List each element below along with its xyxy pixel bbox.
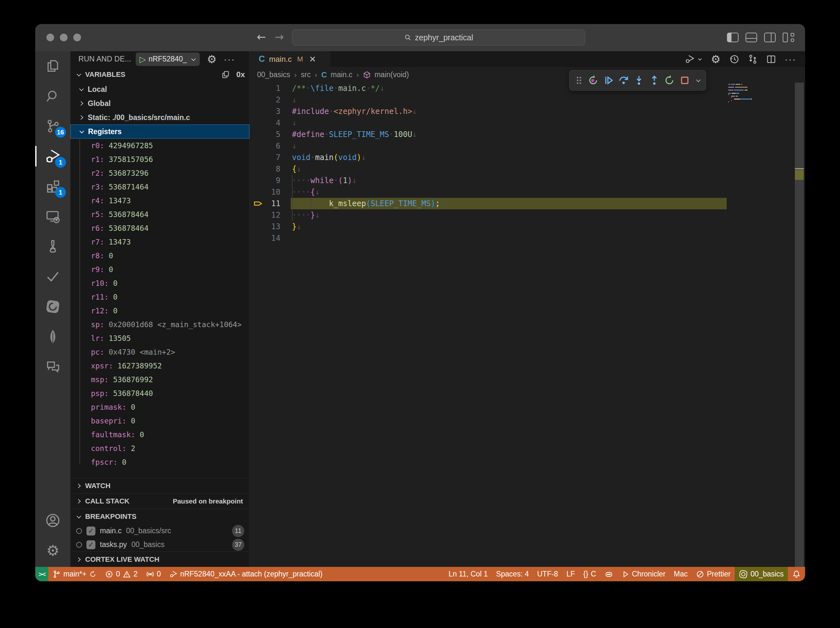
traffic-light-minimize[interactable]	[60, 34, 68, 41]
language-mode[interactable]: {} C	[579, 567, 600, 581]
indentation[interactable]: Spaces: 4	[492, 567, 533, 581]
reset-device-icon[interactable]	[588, 75, 598, 86]
register-row[interactable]: faultmask: 0	[91, 428, 249, 442]
source-control-icon[interactable]: 16	[35, 111, 70, 141]
copilot-status[interactable]	[600, 567, 617, 581]
start-debug-icon[interactable]: ▷	[140, 54, 146, 64]
toggle-panel-icon[interactable]	[745, 33, 757, 42]
debug-session-status[interactable]: nRF52840_xxAA - attach (zephyr_practical…	[165, 567, 327, 581]
customize-layout-icon[interactable]	[783, 33, 794, 42]
prettier-status[interactable]: Prettier	[692, 567, 735, 581]
account-icon[interactable]	[35, 506, 70, 535]
back-arrow-icon[interactable]: ←	[257, 30, 266, 43]
test-beaker-icon[interactable]	[35, 232, 70, 261]
breadcrumb-symbol[interactable]: main(void)	[374, 70, 409, 79]
comments-icon[interactable]	[35, 352, 70, 382]
settings-gear-icon[interactable]: ⚙	[35, 536, 70, 565]
command-center-search[interactable]: zephyr_practical	[292, 30, 585, 46]
traffic-light-close[interactable]	[46, 34, 54, 41]
register-row[interactable]: r10: 0	[91, 276, 249, 290]
register-row[interactable]: pc: 0x4730 <main+2>	[91, 345, 249, 359]
remote-explorer-icon[interactable]	[35, 202, 70, 231]
split-editor-icon[interactable]	[766, 54, 776, 64]
register-row[interactable]: control: 2	[91, 442, 249, 455]
watch-section-header[interactable]: WATCH	[70, 478, 249, 493]
swirl-extension-icon[interactable]	[35, 292, 70, 321]
breadcrumb[interactable]: 00_basics › src › C main.c › main(void)	[250, 67, 805, 82]
code-line[interactable]: 4↓	[250, 117, 805, 129]
stop-icon[interactable]	[679, 75, 690, 86]
register-row[interactable]: r0: 4294967285	[91, 139, 249, 152]
scope-static[interactable]: Static: ./00_basics/src/main.c	[70, 110, 249, 125]
scope-global[interactable]: Global	[70, 96, 249, 110]
code-line[interactable]: 8{↓	[250, 163, 805, 175]
breakpoint-checkbox[interactable]: ✓	[87, 540, 95, 549]
step-into-icon[interactable]	[633, 75, 644, 86]
breadcrumb-project[interactable]: 00_basics	[257, 70, 291, 79]
code-line[interactable]: 12····}↓	[250, 209, 805, 221]
step-over-icon[interactable]	[618, 75, 629, 86]
breakpoints-section-header[interactable]: BREAKPOINTS	[70, 509, 249, 524]
code-line[interactable]: 6↓	[250, 140, 805, 152]
search-icon[interactable]	[35, 81, 70, 111]
breakpoint-row[interactable]: ✓main.c00_basics/src11	[70, 524, 249, 538]
forward-arrow-icon[interactable]: →	[275, 30, 284, 43]
check-icon[interactable]	[35, 262, 70, 291]
project-env-chip[interactable]: 00_basics	[735, 567, 788, 581]
register-row[interactable]: primask: 0	[91, 400, 249, 414]
register-row[interactable]: r1: 3758157056	[91, 152, 249, 166]
code-line[interactable]: 13}↓	[250, 221, 805, 232]
copy-value-icon[interactable]	[221, 70, 230, 79]
code-line[interactable]: 2↓	[250, 94, 805, 106]
run-and-debug-icon[interactable]: 1	[35, 142, 70, 171]
step-out-icon[interactable]	[649, 75, 660, 86]
hex-format-toggle[interactable]: 0x	[236, 70, 245, 79]
register-row[interactable]: lr: 13505	[91, 331, 249, 345]
editor-more-actions-icon[interactable]: ···	[785, 54, 796, 65]
launch-config-picker[interactable]: ▷ nRF52840_	[136, 52, 200, 66]
register-row[interactable]: r6: 536878464	[91, 221, 249, 235]
mongodb-leaf-icon[interactable]	[35, 322, 70, 352]
breadcrumb-file[interactable]: main.c	[331, 70, 352, 79]
breakpoint-checkbox[interactable]: ✓	[87, 527, 95, 535]
code-line[interactable]: 5#define·SLEEP_TIME_MS·100U↓	[250, 129, 805, 140]
register-row[interactable]: r8: 0	[91, 249, 249, 262]
tab-main-c[interactable]: C main.c M ✕	[250, 51, 330, 67]
cortex-live-watch-section-header[interactable]: CORTEX LIVE WATCH	[70, 552, 249, 567]
register-row[interactable]: r11: 0	[91, 290, 249, 304]
code-line[interactable]: 7void·main(void)↓	[250, 152, 805, 163]
notifications-bell[interactable]	[788, 567, 805, 581]
branch-status[interactable]: main*+	[48, 567, 101, 581]
remote-indicator[interactable]: ><	[35, 567, 48, 581]
register-row[interactable]: r9: 0	[91, 262, 249, 276]
scrollbar[interactable]	[795, 82, 804, 567]
register-row[interactable]: r4: 13473	[91, 194, 249, 207]
chronicler-status[interactable]: Chronicler	[617, 567, 670, 581]
scope-registers[interactable]: Registers	[70, 125, 249, 139]
ports-status[interactable]: 0	[142, 567, 165, 581]
code-line[interactable]: 11········k_msleep(SLEEP_TIME_MS);↓	[250, 198, 805, 209]
register-row[interactable]: msp: 536876992	[91, 372, 249, 387]
encoding[interactable]: UTF-8	[533, 567, 562, 581]
register-row[interactable]: fpscr: 0	[91, 455, 249, 469]
cursor-position[interactable]: Ln 11, Col 1	[444, 567, 492, 581]
os-indicator[interactable]: Mac	[670, 567, 692, 581]
register-row[interactable]: sp: 0x20001d68 <z_main_stack+1064>	[91, 317, 249, 331]
call-stack-section-header[interactable]: CALL STACK Paused on breakpoint	[70, 493, 249, 509]
minimap[interactable]	[728, 84, 792, 104]
problems-status[interactable]: 0 2	[101, 567, 142, 581]
variables-section-header[interactable]: VARIABLES 0x	[70, 67, 249, 82]
toggle-primary-sidebar-icon[interactable]	[727, 33, 739, 42]
restart-icon[interactable]	[664, 75, 675, 86]
code-line[interactable]: 3#include·<zephyr/kernel.h>↓	[250, 106, 805, 117]
run-or-debug-button[interactable]	[685, 54, 703, 64]
register-row[interactable]: r12: 0	[91, 304, 249, 317]
register-row[interactable]: xpsr: 1627389952	[91, 359, 249, 372]
eol-sequence[interactable]: LF	[562, 567, 579, 581]
timeline-history-icon[interactable]	[729, 54, 739, 64]
register-row[interactable]: r3: 536871464	[91, 180, 249, 194]
toggle-secondary-sidebar-icon[interactable]	[764, 33, 776, 42]
code-line[interactable]: 1/**·\file·main.c·*/↓	[250, 82, 805, 94]
extensions-icon[interactable]: 1	[35, 172, 70, 201]
code-line[interactable]: 14	[250, 232, 805, 244]
